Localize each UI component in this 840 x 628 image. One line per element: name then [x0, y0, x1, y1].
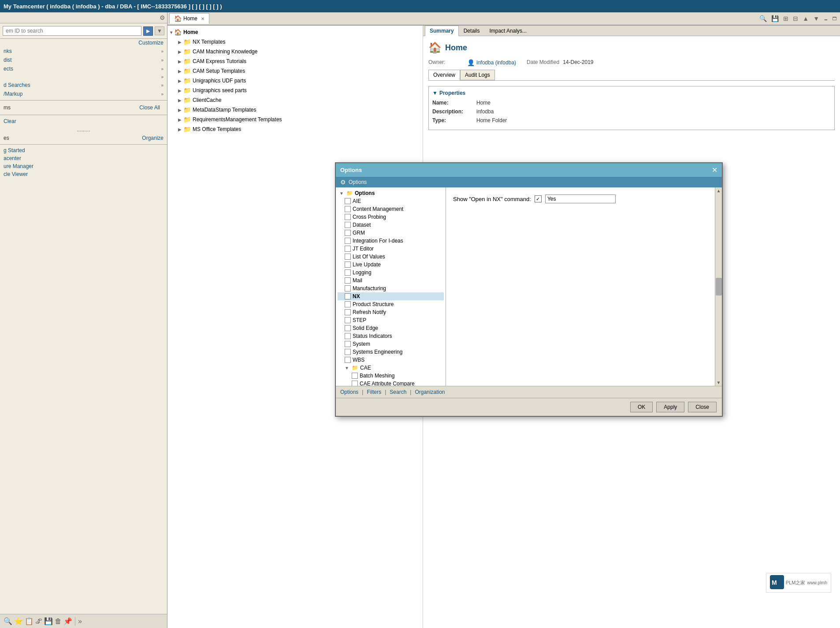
restore-toolbar-icon[interactable]: 🗖 — [831, 16, 838, 22]
tree-scrollbar[interactable]: ▲ ▼ — [715, 187, 722, 386]
options-item-content-mgmt[interactable]: Content Management — [338, 205, 444, 213]
options-item-mail[interactable]: Mail — [338, 277, 444, 284]
tree-item-0[interactable]: ▶ 📁 NX Templates — [169, 37, 421, 47]
nx-textbox[interactable] — [545, 194, 616, 203]
options-item-cae-attr-compare[interactable]: CAE Attribute Compare — [338, 380, 444, 386]
options-item-system[interactable]: System — [338, 340, 444, 348]
footer-link-organization[interactable]: Organization — [415, 389, 445, 395]
owner-value[interactable]: infodba (infodba) — [476, 60, 516, 66]
tree-item-2[interactable]: ▶ 📁 CAM Express Tutorials — [169, 56, 421, 66]
options-item-refresh-notify[interactable]: Refresh Notify — [338, 308, 444, 316]
options-item-manufacturing[interactable]: Manufacturing — [338, 284, 444, 292]
checkbox-nx[interactable] — [345, 293, 351, 299]
footer-link-filters[interactable]: Filters — [367, 389, 381, 395]
checkbox-refresh-notify[interactable] — [345, 309, 351, 315]
checkbox-batch-meshing[interactable] — [352, 373, 358, 379]
options-item-nx[interactable]: NX — [338, 292, 444, 300]
toolbar-icon-7[interactable]: 📌 — [63, 617, 72, 625]
toolbar-icon-5[interactable]: 💾 — [44, 617, 53, 625]
toolbar-icon-1[interactable]: 🔍 — [4, 617, 12, 625]
sidebar-link-manager[interactable]: ure Manager — [0, 162, 167, 170]
footer-link-options[interactable]: Options — [340, 389, 358, 395]
toolbar-icon-3[interactable]: 📋 — [25, 617, 33, 625]
checkbox-wbs[interactable] — [345, 357, 351, 363]
options-item-cross-probing[interactable]: Cross Probing — [338, 213, 444, 221]
checkbox-solid-edge[interactable] — [345, 325, 351, 331]
options-item-batch-meshing[interactable]: Batch Meshing — [338, 372, 444, 380]
search-toolbar-icon[interactable]: 🔍 — [758, 15, 768, 22]
options-item-status-indicators[interactable]: Status Indicators — [338, 332, 444, 340]
checkbox-product-structure[interactable] — [345, 301, 351, 307]
checkbox-aie[interactable] — [345, 198, 351, 204]
sidebar-link-viewer[interactable]: cle Viewer — [0, 170, 167, 178]
up-toolbar-icon[interactable]: ▲ — [801, 15, 810, 22]
tree-item-7[interactable]: ▶ 📁 MetaDataStamp Templates — [169, 105, 421, 115]
options-item-dataset[interactable]: Dataset — [338, 221, 444, 229]
checkbox-live-update[interactable] — [345, 262, 351, 268]
tree-item-5[interactable]: ▶ 📁 Unigraphics seed parts — [169, 86, 421, 95]
scroll-up-arrow[interactable]: ▲ — [717, 188, 721, 193]
options-item-grm[interactable]: GRM — [338, 229, 444, 237]
tab-home-close[interactable]: ✕ — [201, 16, 204, 21]
scroll-down-arrow[interactable]: ▼ — [717, 380, 721, 385]
options-item-integration[interactable]: Integration For I-deas — [338, 237, 444, 245]
ok-button[interactable]: OK — [630, 402, 653, 412]
sidebar-item-empty[interactable]: » — [0, 73, 167, 81]
tab-summary[interactable]: Summary — [425, 26, 459, 36]
dialog-close-button[interactable]: ✕ — [712, 166, 717, 174]
checkbox-list-values[interactable] — [345, 254, 351, 260]
ov-tab-overview[interactable]: Overview — [428, 70, 460, 80]
checkbox-status-indicators[interactable] — [345, 333, 351, 339]
options-item-jt-editor[interactable]: JT Editor — [338, 245, 444, 253]
sidebar-item-nks[interactable]: nks » — [0, 47, 167, 56]
tree-item-3[interactable]: ▶ 📁 CAM Setup Templates — [169, 66, 421, 76]
sidebar-item-searches[interactable]: d Searches » — [0, 81, 167, 90]
checkbox-cross-probing[interactable] — [345, 214, 351, 220]
options-item-list-values[interactable]: List Of Values — [338, 253, 444, 261]
grid2-toolbar-icon[interactable]: ⊟ — [792, 15, 799, 22]
toolbar-icon-2[interactable]: ⭐ — [14, 617, 23, 625]
checkbox-integration[interactable] — [345, 238, 351, 244]
footer-link-search[interactable]: Search — [390, 389, 406, 395]
sidebar-item-dist[interactable]: dist » — [0, 56, 167, 64]
apply-button[interactable]: Apply — [656, 402, 684, 412]
toolbar-icon-6[interactable]: 🗑 — [55, 617, 62, 625]
minimize-toolbar-icon[interactable]: 🗕 — [822, 16, 829, 22]
tab-home[interactable]: 🏠 Home ✕ — [169, 13, 209, 24]
close-button[interactable]: Close — [688, 402, 717, 412]
tree-item-4[interactable]: ▶ 📁 Unigraphics UDF parts — [169, 76, 421, 86]
search-button[interactable]: ▶ — [143, 26, 153, 36]
options-item-step[interactable]: STEP — [338, 316, 444, 324]
options-item-live-update[interactable]: Live Update — [338, 261, 444, 269]
customize-label[interactable]: Customize — [0, 39, 167, 47]
checkbox-logging[interactable] — [345, 269, 351, 276]
save-toolbar-icon[interactable]: 💾 — [770, 15, 780, 22]
options-item-aie[interactable]: AIE — [338, 197, 444, 205]
grid-toolbar-icon[interactable]: ⊞ — [782, 15, 790, 22]
checkbox-manufacturing[interactable] — [345, 285, 351, 292]
checkbox-grm[interactable] — [345, 230, 351, 236]
ov-tab-audit[interactable]: Audit Logs — [460, 70, 495, 80]
organize-button[interactable]: Organize — [142, 135, 164, 141]
options-item-systems-engineering[interactable]: Systems Engineering — [338, 348, 444, 356]
tree-item-1[interactable]: ▶ 📁 CAM Machining Knowledge — [169, 47, 421, 56]
sidebar-link-acenter[interactable]: acenter — [0, 154, 167, 162]
options-item-product-structure[interactable]: Product Structure — [338, 300, 444, 308]
toolbar-icon-more[interactable]: » — [78, 617, 82, 625]
checkbox-systems-engineering[interactable] — [345, 349, 351, 355]
checkbox-jt-editor[interactable] — [345, 246, 351, 252]
toolbar-icon-4[interactable]: 🖇 — [35, 617, 42, 625]
tree-item-9[interactable]: ▶ 📁 MS Office Templates — [169, 124, 421, 134]
tree-item-6[interactable]: ▶ 📁 ClientCache — [169, 95, 421, 105]
checkbox-system[interactable] — [345, 341, 351, 347]
sidebar-link-started[interactable]: g Started — [0, 146, 167, 154]
tree-root-home[interactable]: ▾ 🏠 Home — [169, 27, 421, 37]
options-tree-root[interactable]: ▼ 📁 Options — [338, 189, 444, 197]
sidebar-item-markup[interactable]: /Markup » — [0, 90, 167, 98]
tab-impact[interactable]: Impact Analys... — [484, 26, 532, 36]
clear-button[interactable]: Clear — [4, 118, 16, 124]
properties-header[interactable]: ▼ Properties — [432, 90, 831, 96]
search-dropdown[interactable]: ▼ — [155, 26, 164, 35]
close-all-button[interactable]: Close All — [136, 104, 164, 112]
checkbox-step[interactable] — [345, 317, 351, 323]
